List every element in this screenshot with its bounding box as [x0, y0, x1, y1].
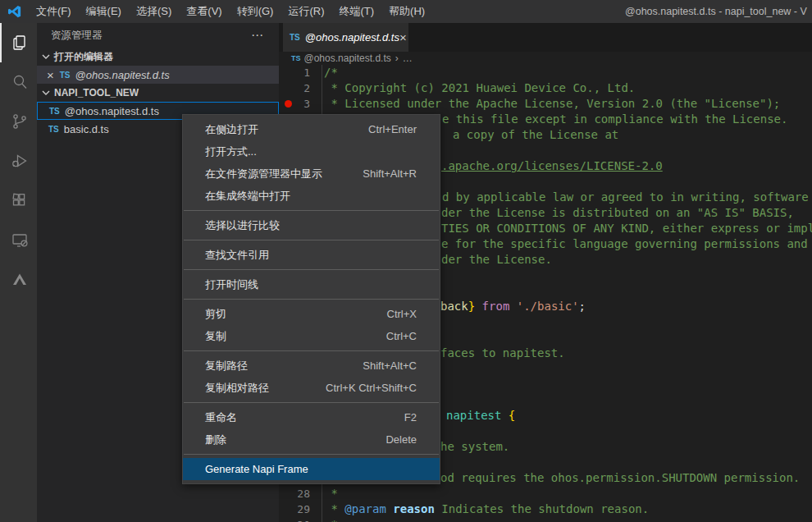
breadcrumb-file[interactable]: @ohos.napitest.d.ts — [304, 53, 391, 64]
menu-item-0-1[interactable]: 打开方式... — [183, 140, 440, 163]
extensions-icon — [10, 190, 30, 210]
ts-file-icon: TS — [49, 107, 60, 116]
menubar-item-4[interactable]: 查看(V) — [179, 0, 229, 23]
menu-item-0-3[interactable]: 在集成终端中打开 — [183, 185, 440, 207]
title-bar: 文件(F)编辑(E)选择(S)查看(V)转到(G)运行(R)终端(T)帮助(H)… — [0, 0, 812, 23]
code-line-28[interactable]: 28 * — [279, 486, 812, 501]
menu-item-3-0[interactable]: 打开时间线 — [183, 273, 440, 295]
tab-bar: TS @ohos.napitest.d.ts × — [279, 23, 812, 52]
code-text: faces to napitest. — [440, 346, 565, 361]
menu-item-4-0[interactable]: 剪切Ctrl+X — [183, 303, 440, 325]
token-comment: * — [324, 518, 338, 522]
token-comment: der the License. — [441, 253, 552, 266]
menu-separator — [184, 299, 439, 300]
menu-item-5-0[interactable]: 复制路径Shift+Alt+C — [183, 355, 440, 377]
menu-item-4-1[interactable]: 复制Ctrl+C — [183, 325, 440, 347]
activitybar-search-button[interactable] — [0, 62, 37, 102]
open-editor-item[interactable]: ×TS@ohos.napitest.d.ts — [37, 66, 279, 84]
code-text: * Copyright (c) 2021 Huawei Device Co., … — [324, 80, 635, 96]
menu-item-label: 查找文件引用 — [205, 248, 269, 263]
token-comment: TIES OR CONDITIONS OF ANY KIND, either e… — [441, 222, 812, 235]
menu-item-label: 删除 — [205, 433, 226, 447]
menubar-item-1[interactable]: 文件(F) — [29, 0, 79, 23]
menubar-item-8[interactable]: 帮助(H) — [381, 0, 432, 23]
menubar-item-3[interactable]: 选择(S) — [129, 0, 179, 23]
tab-close-icon[interactable]: × — [399, 30, 407, 44]
activitybar-deveco-triangle-button[interactable] — [0, 259, 37, 299]
breadcrumb-symbol[interactable]: … — [403, 53, 413, 64]
menu-item-label: 重命名 — [205, 410, 237, 425]
token-comment-link: .apache.org/licenses/LICENSE-2.0 — [441, 159, 663, 172]
token-string: './basic' — [517, 300, 579, 313]
code-text: * @param reason Indicates the shutdown r… — [324, 501, 649, 517]
token-keyword: from — [482, 300, 510, 313]
token-comment: faces to napitest. — [440, 346, 565, 359]
ts-file-icon: TS — [291, 54, 301, 62]
activitybar-remote-explorer-button[interactable] — [0, 220, 37, 259]
menu-separator — [184, 350, 439, 351]
token-comment: * Copyright (c) 2021 Huawei Device Co., … — [324, 81, 635, 94]
token-comment: * — [324, 502, 344, 515]
menu-separator — [184, 454, 439, 455]
menu-item-1-0[interactable]: 选择以进行比较 — [183, 214, 440, 236]
menu-item-shortcut: Delete — [385, 433, 417, 446]
more-actions-icon[interactable]: ⋯ — [251, 28, 264, 43]
section-header-napi-tool-new[interactable]: NAPI_TOOL_NEW — [37, 84, 279, 102]
code-text: d by applicable law or agreed to in writ… — [442, 190, 809, 205]
menu-separator — [184, 269, 439, 270]
chevron-down-icon — [39, 86, 52, 99]
token-comment: e this file except in compliance with th… — [442, 112, 787, 126]
ts-file-icon: TS — [290, 33, 300, 42]
menu-item-0-0[interactable]: 在侧边打开Ctrl+Enter — [183, 118, 440, 140]
menu-item-shortcut: Ctrl+Enter — [368, 123, 417, 135]
activitybar-extensions-button[interactable] — [0, 181, 37, 220]
code-text: der the License is distributed on an "AS… — [441, 205, 794, 221]
chevron-down-icon — [39, 50, 52, 63]
activitybar-files-button[interactable] — [0, 23, 37, 62]
menu-item-2-0[interactable]: 查找文件引用 — [183, 244, 440, 266]
menu-item-6-1[interactable]: 删除Delete — [183, 428, 440, 451]
line-number: 1 — [279, 65, 310, 80]
section-header-open-editors[interactable]: 打开的编辑器 — [37, 48, 279, 66]
token-ident: back — [440, 300, 468, 313]
code-text: he system. — [440, 439, 509, 455]
code-line-1[interactable]: 1/* — [279, 65, 812, 80]
token-plain: ; — [579, 300, 586, 313]
code-text: e for the specific language governing pe… — [441, 236, 808, 252]
code-line-2[interactable]: 2 * Copyright (c) 2021 Huawei Device Co.… — [279, 80, 812, 96]
menubar-item-2[interactable]: 编辑(E) — [79, 0, 129, 23]
menubar-item-7[interactable]: 终端(T) — [331, 0, 381, 23]
tab-ohos-napitest[interactable]: TS @ohos.napitest.d.ts × — [283, 23, 408, 52]
menu-item-label: 打开时间线 — [205, 277, 258, 292]
vscode-logo-icon — [7, 4, 22, 19]
activitybar-source-control-button[interactable] — [0, 102, 37, 141]
menu-item-5-1[interactable]: 复制相对路径Ctrl+K Ctrl+Shift+C — [183, 377, 440, 399]
activitybar-run-debug-button[interactable] — [0, 141, 37, 181]
menu-item-label: 选择以进行比较 — [205, 218, 280, 233]
menubar-item-6[interactable]: 运行(R) — [281, 0, 331, 23]
code-line-29[interactable]: 29 * @param reason Indicates the shutdow… — [279, 501, 812, 517]
deveco-triangle-icon — [10, 269, 30, 289]
code-line-3[interactable]: 3 * Licensed under the Apache License, V… — [279, 96, 812, 112]
menu-item-6-0[interactable]: 重命名F2 — [183, 406, 440, 428]
menu-item-label: 打开方式... — [205, 144, 257, 159]
menu-item-label: 复制相对路径 — [205, 381, 269, 396]
token-param: reason — [393, 502, 435, 515]
menubar-item-5[interactable]: 转到(G) — [230, 0, 281, 23]
close-icon[interactable]: × — [47, 68, 54, 82]
token-comment: d by applicable law or agreed to in writ… — [442, 190, 809, 204]
line-number: 29 — [279, 501, 310, 517]
menu-item-0-2[interactable]: 在文件资源管理器中显示Shift+Alt+R — [183, 163, 440, 185]
code-text: /* — [324, 65, 338, 80]
breadcrumb[interactable]: TS @ohos.napitest.d.ts › … — [279, 52, 812, 65]
token-comment: od requires the ohos.permission.SHUTDOWN… — [440, 471, 800, 484]
tab-label: @ohos.napitest.d.ts — [305, 31, 399, 44]
menu-item-label: 复制 — [205, 329, 226, 344]
token-comment: Indicates the shutdown reason. — [435, 502, 649, 515]
token-type: napitest — [446, 409, 509, 422]
menu-item-shortcut: Ctrl+X — [387, 308, 417, 320]
ts-file-icon: TS — [60, 71, 71, 80]
token-plain — [475, 300, 481, 313]
menu-item-generate-napi-frame[interactable]: Generate Napi Frame — [183, 458, 440, 480]
code-line-30[interactable]: 30 * — [279, 517, 812, 522]
